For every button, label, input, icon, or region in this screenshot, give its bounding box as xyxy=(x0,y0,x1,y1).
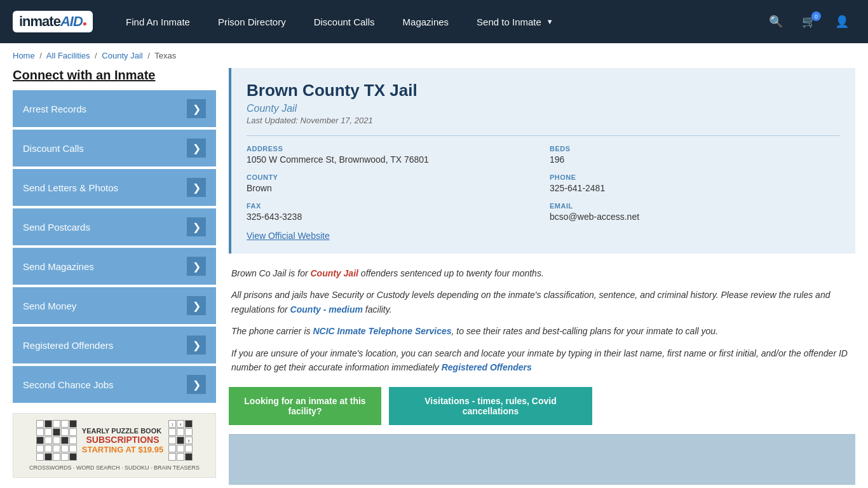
sidebar-item-discount-calls[interactable]: Discount Calls ❯ xyxy=(13,130,216,166)
sidebar-ad[interactable]: YEARLY PUZZLE BOOK SUBSCRIPTIONS STARTIN… xyxy=(13,413,216,478)
arrow-icon: ❯ xyxy=(187,336,206,355)
facility-updated: Last Updated: November 17, 2021 xyxy=(247,116,840,125)
nav-magazines[interactable]: Magazines xyxy=(389,0,463,43)
ncic-link[interactable]: NCIC Inmate Telephone Services xyxy=(313,326,451,336)
logo-box: inmateAID● xyxy=(13,11,93,32)
sidebar-item-arrest-records[interactable]: Arrest Records ❯ xyxy=(13,90,216,127)
sidebar-menu: Arrest Records ❯ Discount Calls ❯ Send L… xyxy=(13,90,216,403)
nav-find-inmate[interactable]: Find An Inmate xyxy=(112,0,204,43)
logo-aid: AID● xyxy=(60,13,86,30)
county-medium-link[interactable]: County - medium xyxy=(290,304,363,315)
breadcrumb-home[interactable]: Home xyxy=(13,51,35,60)
county-label: COUNTY xyxy=(247,173,537,181)
email-value: bcso@web-access.net xyxy=(550,212,840,222)
arrow-icon: ❯ xyxy=(187,99,206,118)
arrow-icon: ❯ xyxy=(187,375,206,394)
info-section: Brown Co Jail is for County Jail offende… xyxy=(229,266,855,374)
facility-card: Brown County TX Jail County Jail Last Up… xyxy=(229,68,855,254)
cart-icon[interactable]: 🛒 0 xyxy=(796,11,822,32)
fax-label: FAX xyxy=(247,202,537,210)
sidebar-item-send-magazines[interactable]: Send Magazines ❯ xyxy=(13,248,216,285)
navbar: inmateAID● Find An Inmate Prison Directo… xyxy=(0,0,868,43)
sidebar-item-send-money[interactable]: Send Money ❯ xyxy=(13,287,216,324)
content-area: Brown County TX Jail County Jail Last Up… xyxy=(229,68,855,485)
email-label: EMAIL xyxy=(550,202,840,210)
logo[interactable]: inmateAID● xyxy=(13,11,93,32)
address-label: ADDRESS xyxy=(247,145,537,152)
visitations-button[interactable]: Visitations - times, rules, Covid cancel… xyxy=(389,387,592,425)
facility-image xyxy=(229,434,855,485)
info-para-4: If you are unsure of your inmate's locat… xyxy=(231,346,853,375)
phone-label: PHONE xyxy=(550,173,840,181)
logo-text: inmate xyxy=(19,13,60,30)
phone-value: 325-641-2481 xyxy=(550,183,840,193)
breadcrumb-county-jail[interactable]: County Jail xyxy=(102,51,142,60)
fax-block: FAX 325-643-3238 xyxy=(247,202,537,222)
county-jail-link[interactable]: County Jail xyxy=(310,268,358,278)
official-link-container: View Official Website xyxy=(247,231,840,241)
phone-block: PHONE 325-641-2481 xyxy=(550,173,840,193)
official-website-link[interactable]: View Official Website xyxy=(247,231,330,241)
address-block: ADDRESS 1050 W Commerce St, Brownwood, T… xyxy=(247,145,537,165)
search-icon[interactable]: 🔍 xyxy=(763,11,789,32)
beds-block: BEDS 196 xyxy=(550,145,840,165)
facility-type: County Jail xyxy=(247,103,840,114)
info-para-1: Brown Co Jail is for County Jail offende… xyxy=(231,266,853,280)
fax-value: 325-643-3238 xyxy=(247,212,537,222)
sidebar: Connect with an Inmate Arrest Records ❯ … xyxy=(13,68,216,485)
ad-title-yearly: YEARLY PUZZLE BOOK xyxy=(82,427,163,435)
beds-label: BEDS xyxy=(550,145,840,152)
facility-details: ADDRESS 1050 W Commerce St, Brownwood, T… xyxy=(247,135,840,222)
registered-offenders-link[interactable]: Registered Offenders xyxy=(442,362,532,372)
action-buttons: Looking for an inmate at this facility? … xyxy=(229,387,855,425)
arrow-icon: ❯ xyxy=(187,139,206,158)
breadcrumb: Home / All Facilities / County Jail / Te… xyxy=(0,43,868,68)
arrow-icon: ❯ xyxy=(187,257,206,276)
looking-for-inmate-button[interactable]: Looking for an inmate at this facility? xyxy=(229,387,381,425)
nav-send-to-inmate[interactable]: Send to Inmate ▼ xyxy=(463,0,567,43)
nav-discount-calls[interactable]: Discount Calls xyxy=(300,0,389,43)
sidebar-item-second-chance-jobs[interactable]: Second Chance Jobs ❯ xyxy=(13,366,216,403)
sidebar-item-send-letters[interactable]: Send Letters & Photos ❯ xyxy=(13,169,216,206)
info-para-2: All prisons and jails have Security or C… xyxy=(231,288,853,316)
arrow-icon: ❯ xyxy=(187,217,206,236)
user-icon[interactable]: 👤 xyxy=(829,11,855,32)
email-block: EMAIL bcso@web-access.net xyxy=(550,202,840,222)
number-grid: 1 4 5 xyxy=(168,420,193,461)
chevron-down-icon: ▼ xyxy=(546,18,553,25)
info-para-3: The phone carrier is NCIC Inmate Telepho… xyxy=(231,324,853,338)
ad-title-subscriptions: SUBSCRIPTIONS xyxy=(82,435,163,445)
facility-name: Brown County TX Jail xyxy=(247,81,840,100)
main-container: Connect with an Inmate Arrest Records ❯ … xyxy=(0,68,868,488)
crossword-grid xyxy=(36,420,77,461)
navbar-links: Find An Inmate Prison Directory Discount… xyxy=(112,0,763,43)
sidebar-item-registered-offenders[interactable]: Registered Offenders ❯ xyxy=(13,327,216,363)
navbar-icons: 🔍 🛒 0 👤 xyxy=(763,11,855,32)
ad-types: CROSSWORDS · WORD SEARCH · SUDOKU · BRAI… xyxy=(29,464,200,471)
arrow-icon: ❯ xyxy=(187,178,206,197)
breadcrumb-state: Texas xyxy=(154,51,176,60)
nav-prison-directory[interactable]: Prison Directory xyxy=(204,0,300,43)
county-block: COUNTY Brown xyxy=(247,173,537,193)
arrow-icon: ❯ xyxy=(187,296,206,315)
sidebar-title: Connect with an Inmate xyxy=(13,68,216,83)
address-value: 1050 W Commerce St, Brownwood, TX 76801 xyxy=(247,154,537,165)
cart-badge: 0 xyxy=(811,11,821,21)
sidebar-item-send-postcards[interactable]: Send Postcards ❯ xyxy=(13,208,216,245)
ad-price: STARTING AT $19.95 xyxy=(82,445,163,454)
county-value: Brown xyxy=(247,183,537,193)
beds-value: 196 xyxy=(550,154,840,165)
breadcrumb-all-facilities[interactable]: All Facilities xyxy=(46,51,90,60)
